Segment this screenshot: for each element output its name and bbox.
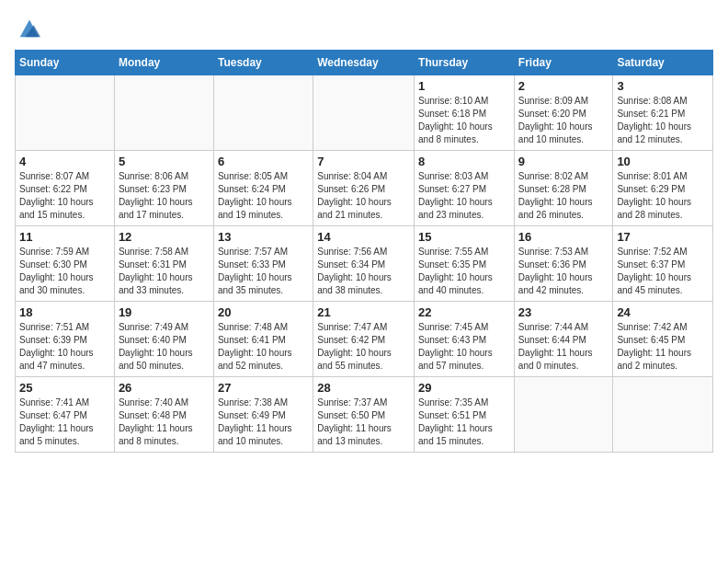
calendar-cell [16, 75, 115, 151]
week-row-4: 18Sunrise: 7:51 AM Sunset: 6:39 PM Dayli… [16, 302, 713, 377]
day-number: 4 [19, 155, 110, 168]
calendar-cell: 12Sunrise: 7:58 AM Sunset: 6:31 PM Dayli… [114, 226, 213, 302]
day-number: 27 [218, 381, 309, 395]
header [15, 15, 713, 40]
calendar-cell: 20Sunrise: 7:48 AM Sunset: 6:41 PM Dayli… [213, 302, 313, 377]
day-info: Sunrise: 7:51 AM Sunset: 6:39 PM Dayligh… [19, 321, 110, 373]
day-number: 8 [418, 155, 510, 168]
calendar-cell: 27Sunrise: 7:38 AM Sunset: 6:49 PM Dayli… [213, 377, 313, 453]
day-info: Sunrise: 8:03 AM Sunset: 6:27 PM Dayligh… [418, 170, 510, 222]
calendar-cell [313, 75, 415, 151]
calendar-cell [213, 75, 313, 151]
day-info: Sunrise: 8:06 AM Sunset: 6:23 PM Dayligh… [119, 170, 210, 222]
day-number: 7 [317, 155, 410, 168]
calendar-cell: 21Sunrise: 7:47 AM Sunset: 6:42 PM Dayli… [313, 302, 415, 377]
calendar-cell [114, 75, 213, 151]
day-info: Sunrise: 7:58 AM Sunset: 6:31 PM Dayligh… [119, 246, 210, 297]
day-number: 6 [218, 155, 309, 168]
day-info: Sunrise: 7:55 AM Sunset: 6:35 PM Dayligh… [418, 246, 510, 297]
day-info: Sunrise: 7:47 AM Sunset: 6:42 PM Dayligh… [317, 321, 410, 373]
calendar-cell: 9Sunrise: 8:02 AM Sunset: 6:28 PM Daylig… [514, 151, 613, 226]
day-number: 13 [218, 230, 309, 244]
day-number: 26 [119, 381, 210, 395]
day-info: Sunrise: 7:40 AM Sunset: 6:48 PM Dayligh… [119, 396, 210, 448]
calendar-cell: 23Sunrise: 7:44 AM Sunset: 6:44 PM Dayli… [514, 302, 613, 377]
day-number: 2 [518, 79, 609, 93]
day-info: Sunrise: 7:59 AM Sunset: 6:30 PM Dayligh… [19, 246, 110, 297]
day-info: Sunrise: 8:02 AM Sunset: 6:28 PM Dayligh… [518, 170, 609, 222]
calendar-cell: 17Sunrise: 7:52 AM Sunset: 6:37 PM Dayli… [613, 226, 713, 302]
day-info: Sunrise: 7:44 AM Sunset: 6:44 PM Dayligh… [518, 321, 609, 373]
day-info: Sunrise: 8:01 AM Sunset: 6:29 PM Dayligh… [617, 170, 709, 222]
day-number: 5 [119, 155, 210, 168]
calendar-cell: 24Sunrise: 7:42 AM Sunset: 6:45 PM Dayli… [613, 302, 713, 377]
day-number: 15 [418, 230, 510, 244]
weekday-header-saturday: Saturday [613, 51, 713, 75]
day-info: Sunrise: 7:57 AM Sunset: 6:33 PM Dayligh… [218, 246, 309, 297]
day-number: 23 [518, 305, 609, 319]
day-number: 18 [19, 305, 110, 319]
calendar-cell: 6Sunrise: 8:05 AM Sunset: 6:24 PM Daylig… [213, 151, 313, 226]
day-info: Sunrise: 8:09 AM Sunset: 6:20 PM Dayligh… [518, 95, 609, 146]
day-number: 3 [617, 79, 709, 93]
weekday-header-tuesday: Tuesday [213, 51, 313, 75]
day-number: 16 [518, 230, 609, 244]
day-number: 21 [317, 305, 410, 319]
weekday-header-monday: Monday [114, 51, 213, 75]
day-number: 25 [19, 381, 110, 395]
calendar-cell: 14Sunrise: 7:56 AM Sunset: 6:34 PM Dayli… [313, 226, 415, 302]
logo-icon [17, 15, 42, 40]
weekday-header-wednesday: Wednesday [313, 51, 415, 75]
day-info: Sunrise: 8:05 AM Sunset: 6:24 PM Dayligh… [218, 170, 309, 222]
day-number: 28 [317, 381, 410, 395]
day-info: Sunrise: 7:56 AM Sunset: 6:34 PM Dayligh… [317, 246, 410, 297]
weekday-header-row: SundayMondayTuesdayWednesdayThursdayFrid… [16, 51, 713, 75]
day-info: Sunrise: 7:53 AM Sunset: 6:36 PM Dayligh… [518, 246, 609, 297]
week-row-2: 4Sunrise: 8:07 AM Sunset: 6:22 PM Daylig… [16, 151, 713, 226]
day-info: Sunrise: 7:35 AM Sunset: 6:51 PM Dayligh… [418, 396, 510, 448]
logo [15, 15, 42, 40]
day-info: Sunrise: 7:37 AM Sunset: 6:50 PM Dayligh… [317, 396, 410, 448]
calendar-cell: 5Sunrise: 8:06 AM Sunset: 6:23 PM Daylig… [114, 151, 213, 226]
calendar-cell: 11Sunrise: 7:59 AM Sunset: 6:30 PM Dayli… [16, 226, 115, 302]
day-number: 14 [317, 230, 410, 244]
calendar-cell: 7Sunrise: 8:04 AM Sunset: 6:26 PM Daylig… [313, 151, 415, 226]
calendar-cell: 29Sunrise: 7:35 AM Sunset: 6:51 PM Dayli… [415, 377, 515, 453]
day-info: Sunrise: 8:07 AM Sunset: 6:22 PM Dayligh… [19, 170, 110, 222]
weekday-header-thursday: Thursday [415, 51, 515, 75]
day-number: 20 [218, 305, 309, 319]
week-row-1: 1Sunrise: 8:10 AM Sunset: 6:18 PM Daylig… [16, 75, 713, 151]
calendar-cell: 25Sunrise: 7:41 AM Sunset: 6:47 PM Dayli… [16, 377, 115, 453]
day-number: 11 [19, 230, 110, 244]
day-info: Sunrise: 8:08 AM Sunset: 6:21 PM Dayligh… [617, 95, 709, 146]
calendar-cell: 3Sunrise: 8:08 AM Sunset: 6:21 PM Daylig… [613, 75, 713, 151]
day-info: Sunrise: 7:41 AM Sunset: 6:47 PM Dayligh… [19, 396, 110, 448]
page: SundayMondayTuesdayWednesdayThursdayFrid… [0, 0, 728, 563]
calendar-cell [514, 377, 613, 453]
day-number: 24 [617, 305, 709, 319]
day-info: Sunrise: 7:49 AM Sunset: 6:40 PM Dayligh… [119, 321, 210, 373]
calendar-cell: 16Sunrise: 7:53 AM Sunset: 6:36 PM Dayli… [514, 226, 613, 302]
calendar-cell: 4Sunrise: 8:07 AM Sunset: 6:22 PM Daylig… [16, 151, 115, 226]
day-number: 10 [617, 155, 709, 168]
day-info: Sunrise: 7:38 AM Sunset: 6:49 PM Dayligh… [218, 396, 309, 448]
week-row-5: 25Sunrise: 7:41 AM Sunset: 6:47 PM Dayli… [16, 377, 713, 453]
calendar-cell: 2Sunrise: 8:09 AM Sunset: 6:20 PM Daylig… [514, 75, 613, 151]
day-number: 22 [418, 305, 510, 319]
calendar-cell: 1Sunrise: 8:10 AM Sunset: 6:18 PM Daylig… [415, 75, 515, 151]
week-row-3: 11Sunrise: 7:59 AM Sunset: 6:30 PM Dayli… [16, 226, 713, 302]
calendar-cell: 13Sunrise: 7:57 AM Sunset: 6:33 PM Dayli… [213, 226, 313, 302]
day-number: 12 [119, 230, 210, 244]
day-info: Sunrise: 7:42 AM Sunset: 6:45 PM Dayligh… [617, 321, 709, 373]
day-number: 17 [617, 230, 709, 244]
calendar-cell: 28Sunrise: 7:37 AM Sunset: 6:50 PM Dayli… [313, 377, 415, 453]
day-info: Sunrise: 7:45 AM Sunset: 6:43 PM Dayligh… [418, 321, 510, 373]
calendar-cell: 19Sunrise: 7:49 AM Sunset: 6:40 PM Dayli… [114, 302, 213, 377]
calendar-cell: 15Sunrise: 7:55 AM Sunset: 6:35 PM Dayli… [415, 226, 515, 302]
day-number: 19 [119, 305, 210, 319]
weekday-header-sunday: Sunday [16, 51, 115, 75]
day-info: Sunrise: 8:04 AM Sunset: 6:26 PM Dayligh… [317, 170, 410, 222]
calendar-cell: 10Sunrise: 8:01 AM Sunset: 6:29 PM Dayli… [613, 151, 713, 226]
weekday-header-friday: Friday [514, 51, 613, 75]
day-number: 1 [418, 79, 510, 93]
